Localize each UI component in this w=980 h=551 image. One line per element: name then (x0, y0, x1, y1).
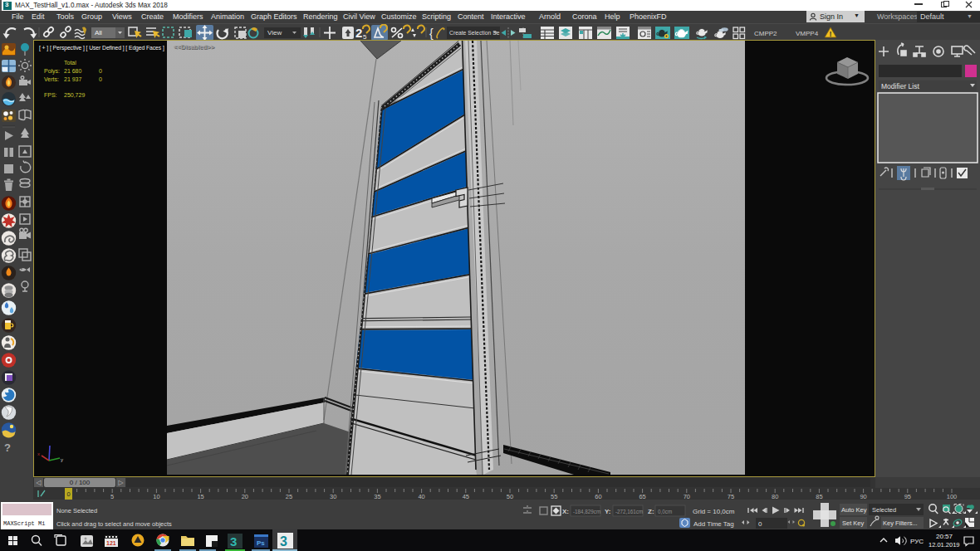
svg-text:!: ! (830, 30, 832, 38)
svg-text:95: 95 (904, 493, 911, 500)
svg-text:{: { (429, 27, 434, 40)
svg-text:All: All (95, 29, 102, 37)
svg-text:5: 5 (110, 493, 114, 500)
svg-text:Ps: Ps (257, 539, 265, 547)
svg-text:Grid = 10,0cm: Grid = 10,0cm (693, 508, 735, 515)
svg-text:3: 3 (230, 534, 237, 549)
svg-text:y: y (61, 457, 63, 462)
svg-text:3: 3 (280, 534, 287, 549)
svg-text:Selected: Selected (872, 506, 896, 514)
svg-text:None Selected: None Selected (56, 507, 97, 514)
svg-text:25: 25 (286, 493, 292, 500)
svg-text:85: 85 (816, 493, 822, 500)
svg-text:Key Filters...: Key Filters... (883, 519, 918, 527)
svg-text:Polys:: Polys: (44, 68, 60, 75)
svg-text:Add Time Tag: Add Time Tag (693, 520, 734, 528)
svg-text:View: View (267, 29, 282, 37)
svg-text:70: 70 (684, 493, 690, 500)
svg-text:0: 0 (99, 76, 102, 82)
svg-text:CMPP2: CMPP2 (754, 30, 777, 37)
svg-text:75: 75 (728, 493, 734, 500)
svg-text:?: ? (4, 441, 11, 454)
svg-text:65: 65 (639, 493, 645, 500)
svg-text:12.01.2019: 12.01.2019 (929, 541, 960, 549)
svg-text:2: 2 (355, 26, 362, 40)
svg-text:VMPP4: VMPP4 (796, 30, 819, 37)
svg-text:30: 30 (330, 493, 336, 500)
svg-text:Click and drag to select and m: Click and drag to select and move object… (56, 520, 172, 528)
svg-text:FPS:: FPS: (44, 92, 57, 98)
svg-text:45: 45 (463, 493, 469, 500)
svg-text:РУС: РУС (910, 538, 924, 545)
svg-text:MAXScript Mi: MAXScript Mi (3, 520, 45, 527)
svg-text:121: 121 (106, 540, 116, 546)
svg-text:0: 0 (66, 490, 70, 498)
svg-text:0: 0 (99, 68, 102, 74)
svg-text:<<Disabled>>: <<Disabled>> (174, 43, 214, 51)
svg-text:[ + ] [ Perspective ] [ User D: [ + ] [ Perspective ] [ User Defined ] [… (39, 45, 164, 51)
svg-text:-184,829cm: -184,829cm (573, 509, 600, 514)
svg-text:Z:: Z: (648, 508, 654, 515)
svg-text:20: 20 (242, 493, 248, 500)
svg-text:X:: X: (562, 508, 569, 515)
svg-text:-272,161cm: -272,161cm (615, 509, 643, 514)
svg-text:60: 60 (595, 493, 601, 500)
svg-text:80: 80 (772, 493, 778, 500)
svg-text:Modifier List: Modifier List (881, 82, 919, 90)
svg-text:Y:: Y: (605, 508, 610, 515)
svg-text:40: 40 (418, 493, 424, 500)
svg-text:x: x (37, 451, 40, 456)
svg-text:0,0cm: 0,0cm (658, 509, 672, 514)
svg-text:21 680: 21 680 (64, 68, 82, 74)
svg-text:55: 55 (551, 493, 557, 500)
svg-text:15: 15 (197, 493, 203, 500)
svg-text:50: 50 (507, 493, 513, 500)
svg-text:Set Key: Set Key (842, 519, 865, 527)
svg-text:Total: Total (64, 60, 76, 66)
svg-text:Auto Key: Auto Key (841, 506, 867, 514)
svg-text:35: 35 (374, 493, 380, 500)
svg-text:20:57: 20:57 (936, 533, 953, 540)
svg-text:0: 0 (758, 520, 762, 528)
svg-text:100: 100 (947, 493, 958, 500)
svg-text:90: 90 (860, 493, 866, 500)
svg-text:Verts:: Verts: (44, 76, 59, 82)
svg-text:10: 10 (153, 493, 159, 500)
svg-text:Create Selection Se: Create Selection Se (449, 30, 500, 36)
svg-text:250,729: 250,729 (64, 92, 85, 98)
svg-text:21 937: 21 937 (64, 76, 82, 82)
